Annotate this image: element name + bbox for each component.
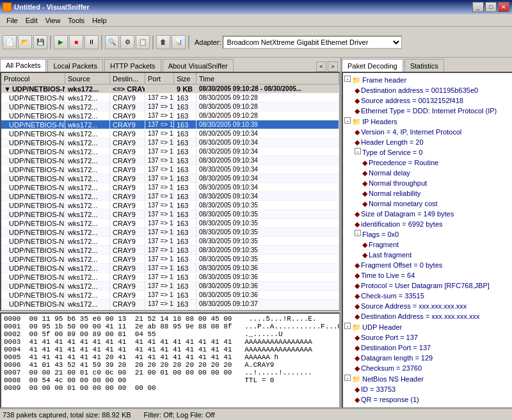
packet-row[interactable]: UDP/NETBIOS-NS wks172... CRAY9 137 => 13… <box>1 219 339 228</box>
settings-button[interactable]: ⚙ <box>120 35 134 49</box>
tree-subitem[interactable]: ◆Normal delay <box>344 168 512 178</box>
tree-section-header[interactable]: -📁Frame header <box>344 75 512 85</box>
stats-button[interactable]: 📊 <box>172 35 186 49</box>
packet-row[interactable]: UDP/NETBIOS-NS wks172... CRAY9 137 => 13… <box>1 309 339 310</box>
close-button[interactable]: ✕ <box>498 2 509 12</box>
menu-view[interactable]: View <box>42 15 65 26</box>
tree-section-header[interactable]: -📁NetBios NS Header <box>344 374 512 384</box>
tab-local-packets[interactable]: Local Packets <box>47 59 102 72</box>
packet-row[interactable]: UDP/NETBIOS-NS wks172... CRAY9 137 => 13… <box>1 165 339 174</box>
packet-row[interactable]: UDP/NETBIOS-NS wks172... CRAY9 137 => 13… <box>1 255 339 264</box>
start-button[interactable]: ▶ <box>54 35 68 49</box>
packet-row[interactable]: UDP/NETBIOS-NS wks172... CRAY9 137 => 13… <box>1 102 339 111</box>
tree-item[interactable]: ◆Destination address = 001195b635e0 <box>344 85 512 95</box>
save-button[interactable]: 💾 <box>33 35 47 49</box>
hex-content[interactable]: 0000 00 11 95 b6 35 e0 00 13 21 52 14 18… <box>1 314 339 407</box>
tree-section-header[interactable]: -📁IP Headers <box>344 117 512 127</box>
adapter-combo[interactable]: Broadcom NetXtreme Gigabit Ethernet Driv… <box>223 36 402 49</box>
packet-row[interactable]: UDP/NETBIOS-NS wks172... CRAY9 137 => 13… <box>1 201 339 210</box>
tree-item[interactable]: ◆Header Length = 20 <box>344 137 512 147</box>
packet-row[interactable]: UDP/NETBIOS-NS wks172... CRAY9 137 => 13… <box>1 237 339 246</box>
packet-row[interactable]: ▼UDP/NETBIOS-NS wks172... <=> CRAY9 9 KB… <box>1 85 339 93</box>
packet-row[interactable]: UDP/NETBIOS-NS wks172... CRAY9 137 => 13… <box>1 129 339 138</box>
tree-subitem[interactable]: ◆Normal reliability <box>344 188 512 198</box>
tree-toggle-icon[interactable]: - <box>344 117 351 124</box>
tree-item[interactable]: ◆Check-sum = 33515 <box>344 291 512 301</box>
open-button[interactable]: 📂 <box>18 35 32 49</box>
tab-http-packets[interactable]: HTTP Packets <box>104 59 161 72</box>
packet-row[interactable]: UDP/NETBIOS-NS wks172... CRAY9 137 => 13… <box>1 192 339 201</box>
minimize-button[interactable]: _ <box>472 2 484 12</box>
tree-subitem[interactable]: ◆Last fragment <box>344 250 512 260</box>
tree-item[interactable]: ◆Ethernet Type = DDD: Internet Protocol … <box>344 106 512 116</box>
tree-subitem[interactable]: ◆Normal throughput <box>344 178 512 188</box>
tab-prev-button[interactable]: < <box>316 61 326 72</box>
packet-row[interactable]: UDP/NETBIOS-NS wks172... CRAY9 137 => 13… <box>1 246 339 255</box>
tab-all-packets[interactable]: All Packets <box>0 59 46 72</box>
col-header-source[interactable]: Source <box>65 73 110 84</box>
packet-row[interactable]: UDP/NETBIOS-NS wks172... CRAY9 137 => 13… <box>1 264 339 273</box>
packet-row[interactable]: UDP/NETBIOS-NS wks172... CRAY9 137 => 13… <box>1 138 339 147</box>
packet-row[interactable]: UDP/NETBIOS-NS wks172... CRAY9 137 => 13… <box>1 174 339 183</box>
tree-item[interactable]: ◆Fragment Offset = 0 bytes <box>344 260 512 270</box>
tree-subitem[interactable]: ◆Normal monetary cost <box>344 198 512 209</box>
tab-next-button[interactable]: > <box>328 61 338 72</box>
tree-item[interactable]: ◆OPCODE = standard query (0) <box>344 405 512 408</box>
menu-file[interactable]: File <box>3 15 22 26</box>
log-button[interactable]: 📋 <box>136 35 150 49</box>
packet-row[interactable]: UDP/NETBIOS-NS wks172... CRAY9 137 => 13… <box>1 210 339 219</box>
packet-row[interactable]: UDP/NETBIOS-NS wks172... CRAY9 137 => 13… <box>1 273 339 282</box>
menu-edit[interactable]: Edit <box>22 15 42 26</box>
tree-toggle-icon[interactable]: - <box>344 323 351 329</box>
tree-item[interactable]: ◆ID = 33753 <box>344 384 512 394</box>
tree-item[interactable]: ◆Size of Datagram = 149 bytes <box>344 209 512 219</box>
packet-row[interactable]: UDP/NETBIOS-NS wks172... CRAY9 137 => 13… <box>1 291 339 300</box>
menu-tools[interactable]: Tools <box>64 15 88 26</box>
packet-row[interactable]: UDP/NETBIOS-NS wks172... CRAY9 137 => 13… <box>1 93 339 102</box>
stop-button[interactable]: ■ <box>69 35 83 49</box>
packet-row[interactable]: UDP/NETBIOS-NS wks172... CRAY9 137 => 13… <box>1 183 339 192</box>
tree-toggle-icon[interactable]: - <box>344 375 351 381</box>
col-header-port[interactable]: Port <box>145 73 174 84</box>
right-tab-decoding[interactable]: Paket Decoding <box>342 59 403 72</box>
tree-item[interactable]: -Type of Service = 0 <box>344 147 512 158</box>
tree-toggle-icon[interactable]: - <box>355 148 361 154</box>
tree-toggle-icon[interactable]: - <box>355 230 361 236</box>
tree-item[interactable]: -Flags = 0x0 <box>344 229 512 239</box>
packet-row[interactable]: UDP/NETBIOS-NS wks172... CRAY9 137 => 13… <box>1 228 339 237</box>
clear-button[interactable]: 🗑 <box>156 35 170 49</box>
tree-section-header[interactable]: -📁UDP Header <box>344 322 512 332</box>
tree-item[interactable]: ◆Time to Live = 64 <box>344 270 512 280</box>
tree-item[interactable]: ◆Version = 4, IP, Internet Protocol <box>344 127 512 137</box>
tree-panel[interactable]: -📁Frame header◆Destination address = 001… <box>342 72 512 408</box>
maximize-button[interactable]: □ <box>485 2 497 12</box>
filter-button[interactable]: 🔍 <box>105 35 119 49</box>
tab-about[interactable]: About VisualSniffer <box>163 59 234 72</box>
menu-help[interactable]: Help <box>88 15 111 26</box>
packet-row[interactable]: UDP/NETBIOS-NS wks172... CRAY9 137 => 13… <box>1 147 339 156</box>
tree-item[interactable]: ◆identification = 6992 bytes <box>344 219 512 229</box>
tree-item[interactable]: ◆Source Port = 137 <box>344 332 512 343</box>
tree-item[interactable]: ◆Datagram length = 129 <box>344 353 512 363</box>
packet-row[interactable]: UDP/NETBIOS-NS wks172... CRAY9 137 => 13… <box>1 300 339 309</box>
tree-item[interactable]: ◆Checksum = 23760 <box>344 363 512 373</box>
pause-button[interactable]: ⏸ <box>84 35 99 49</box>
tree-item[interactable]: ◆Source Address = xxx.xxx.xxx.xxx <box>344 301 512 311</box>
col-header-time[interactable]: Time <box>196 73 339 84</box>
packet-row[interactable]: UDP/NETBIOS-NS wks172... CRAY9 137 => 13… <box>1 156 339 165</box>
packet-row[interactable]: UDP/NETBIOS-NS wks172... CRAY9 137 => 13… <box>1 282 339 291</box>
right-tab-stats[interactable]: Statistics <box>404 59 444 72</box>
col-header-protocol[interactable]: Protocol <box>1 73 65 84</box>
new-button[interactable]: 📄 <box>3 35 17 49</box>
packet-row[interactable]: UDP/NETBIOS-NS wks172... CRAY9 137 => 13… <box>1 120 339 129</box>
tree-subitem[interactable]: ◆Fragment <box>344 239 512 250</box>
tree-item[interactable]: ◆Source address = 00132152f418 <box>344 95 512 106</box>
tree-item[interactable]: ◆Destination Port = 137 <box>344 343 512 353</box>
tree-toggle-icon[interactable]: - <box>344 76 351 82</box>
tree-subitem[interactable]: ◆Precedence = Routine <box>344 158 512 168</box>
packet-row[interactable]: UDP/NETBIOS-NS wks172... CRAY9 137 => 13… <box>1 111 339 120</box>
tree-item[interactable]: ◆QR = response (1) <box>344 394 512 405</box>
col-header-destin[interactable]: Destin... <box>110 73 145 84</box>
tree-item[interactable]: ◆Destination Address = xxx.xxx.xxx.xxx <box>344 311 512 321</box>
col-header-size[interactable]: Size <box>174 73 196 84</box>
